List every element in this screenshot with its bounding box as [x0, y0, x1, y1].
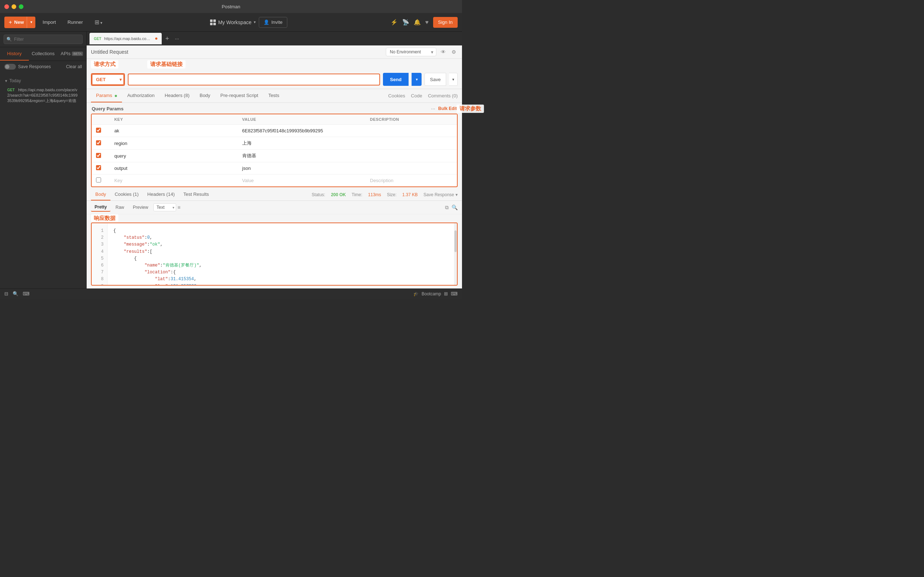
pre-request-tab[interactable]: Pre-request Script — [215, 89, 263, 102]
search-icon-bottom[interactable]: 🔍 — [13, 291, 18, 297]
status-label: Status: — [312, 192, 325, 197]
row2-checkbox[interactable] — [96, 140, 101, 145]
proxy-button[interactable]: ⊞ ▾ — [90, 16, 107, 28]
close-button[interactable] — [4, 4, 9, 9]
import-button[interactable]: Import — [38, 16, 60, 28]
keyboard-icon[interactable]: ⌨ — [451, 291, 458, 297]
response-headers-tab[interactable]: Headers (14) — [143, 189, 179, 200]
split-view-icon[interactable]: ⊞ — [444, 291, 448, 297]
response-area: Body Cookies (1) Headers (14) Test Resul… — [87, 189, 462, 288]
runner-button[interactable]: Runner — [63, 16, 87, 28]
sidebar-today-header[interactable]: ▼ Today — [4, 77, 82, 85]
filter-input[interactable] — [3, 35, 82, 44]
preview-tab[interactable]: Preview — [129, 203, 152, 211]
layout-icon[interactable]: ⊟ — [4, 291, 8, 297]
sign-in-button[interactable]: Sign In — [433, 17, 458, 28]
sidebar-today-section: ▼ Today GET https://api.map.baidu.com/pl… — [0, 76, 86, 107]
user-icon: 👤 — [263, 19, 269, 25]
authorization-tab[interactable]: Authorization — [122, 89, 160, 102]
window-controls[interactable] — [4, 4, 23, 9]
code-line-2: "status":0, — [113, 234, 451, 241]
params-tab[interactable]: Params — [91, 89, 122, 102]
method-select[interactable]: GET POST PUT DELETE PATCH — [92, 74, 124, 85]
url-input[interactable]: https://api.map.baidu.com/place/v2/searc… — [128, 74, 380, 85]
comments-link[interactable]: Comments (0) — [428, 89, 458, 102]
search-icon: 🔍 — [6, 37, 12, 42]
row4-check-cell — [92, 162, 110, 174]
env-settings-button[interactable]: ⚙ — [450, 48, 458, 56]
scrollbar-track[interactable] — [454, 223, 457, 285]
sidebar-history-item[interactable]: GET https://api.map.baidu.com/place/v2/s… — [4, 85, 82, 106]
collections-tab[interactable]: Collections — [29, 47, 58, 61]
line-num-4: 4 — [92, 248, 107, 255]
active-request-tab[interactable]: GET https://api.map.baidu.com/place/v2/s… — [89, 33, 162, 44]
save-button[interactable]: Save — [425, 73, 446, 86]
code-link[interactable]: Code — [411, 89, 422, 102]
save-response-button[interactable]: Save Response ▾ — [423, 192, 458, 197]
beta-badge: BETA — [72, 52, 83, 56]
toggle-thumb — [5, 64, 10, 69]
value-column-header: VALUE — [238, 114, 366, 125]
response-annotation-wrap: 响应数据 — [87, 214, 462, 222]
tests-tab[interactable]: Tests — [263, 89, 284, 102]
params-table-container: KEY VALUE DESCRIPTION ak 6E823f587c95f01… — [91, 114, 458, 187]
response-test-results-tab[interactable]: Test Results — [179, 189, 213, 200]
row5-desc-cell: Description — [366, 174, 457, 187]
response-status-bar: Status: 200 OK Time: 113ms Size: 1.37 KB… — [312, 192, 458, 197]
row5-checkbox[interactable] — [96, 177, 101, 182]
row4-checkbox[interactable] — [96, 165, 101, 170]
raw-tab[interactable]: Raw — [112, 203, 128, 211]
table-more-button[interactable]: ··· — [431, 106, 435, 111]
row3-checkbox[interactable] — [96, 153, 101, 158]
request-tabs-bar: GET https://api.map.baidu.com/place/v2/s… — [87, 32, 462, 45]
sidebar-controls: Save Responses Clear all — [0, 61, 86, 73]
search-response-button[interactable]: 🔍 — [452, 205, 458, 211]
minimize-button[interactable] — [11, 4, 16, 9]
lightning-icon[interactable]: ⚡ — [391, 19, 398, 26]
grid-icon — [210, 19, 216, 25]
invite-button[interactable]: 👤 Invite — [259, 17, 287, 28]
invite-label: Invite — [271, 19, 283, 25]
bootcamp-label[interactable]: Bootcamp — [422, 292, 441, 297]
maximize-button[interactable] — [19, 4, 23, 9]
size-value: 1.37 KB — [402, 192, 418, 197]
history-tab[interactable]: History — [0, 47, 29, 61]
heart-icon[interactable]: ♥ — [425, 19, 429, 26]
bell-icon[interactable]: 🔔 — [414, 19, 421, 26]
body-tab[interactable]: Body — [195, 89, 215, 102]
env-bar: Untitled Request No Environment 👁 ⚙ — [87, 45, 462, 59]
new-dropdown-button[interactable]: ▾ — [27, 16, 36, 28]
send-dropdown-button[interactable]: ▾ — [412, 73, 422, 86]
copy-response-button[interactable]: ⧉ — [445, 205, 449, 211]
new-tab-button[interactable]: + — [163, 35, 171, 43]
response-cookies-tab[interactable]: Cookies (1) — [110, 189, 143, 200]
method-annotation-label: 请求方式 — [91, 60, 118, 69]
response-code-view: 1 2 3 4 5 6 7 8 9 10 11 { "status":0, "m… — [91, 222, 458, 285]
cookies-link[interactable]: Cookies — [388, 89, 405, 102]
today-label: Today — [10, 78, 21, 83]
key-column-header: KEY — [110, 114, 238, 125]
row1-desc-cell — [366, 125, 457, 137]
wrap-button[interactable]: ≡ — [178, 205, 181, 210]
line-num-8: 8 — [92, 276, 107, 283]
send-button[interactable]: Send — [383, 73, 409, 86]
environment-select[interactable]: No Environment — [386, 48, 436, 56]
format-type-select[interactable]: Text JSON HTML XML — [153, 203, 176, 211]
tab-method-badge: GET — [94, 37, 102, 41]
response-body-tab[interactable]: Body — [91, 189, 110, 200]
new-button[interactable]: + New — [4, 16, 28, 28]
clear-all-button[interactable]: Clear all — [66, 64, 82, 69]
apis-tab[interactable]: APIs BETA — [57, 47, 86, 61]
env-select-wrap: No Environment — [386, 48, 436, 56]
pretty-tab[interactable]: Pretty — [91, 203, 110, 212]
satellite-icon[interactable]: 📡 — [402, 19, 409, 26]
workspace-button[interactable]: My Workspace ▾ — [210, 19, 255, 25]
env-eye-button[interactable]: 👁 — [439, 48, 447, 56]
save-responses-toggle[interactable]: Save Responses — [4, 64, 51, 69]
tabs-more-button[interactable]: ··· — [173, 36, 181, 42]
save-dropdown-button[interactable]: ▾ — [449, 73, 458, 86]
bulk-edit-button[interactable]: Bulk Edit — [438, 106, 457, 111]
console-icon[interactable]: ⌨ — [23, 291, 30, 297]
row1-checkbox[interactable] — [96, 128, 101, 133]
headers-tab[interactable]: Headers (8) — [160, 89, 195, 102]
